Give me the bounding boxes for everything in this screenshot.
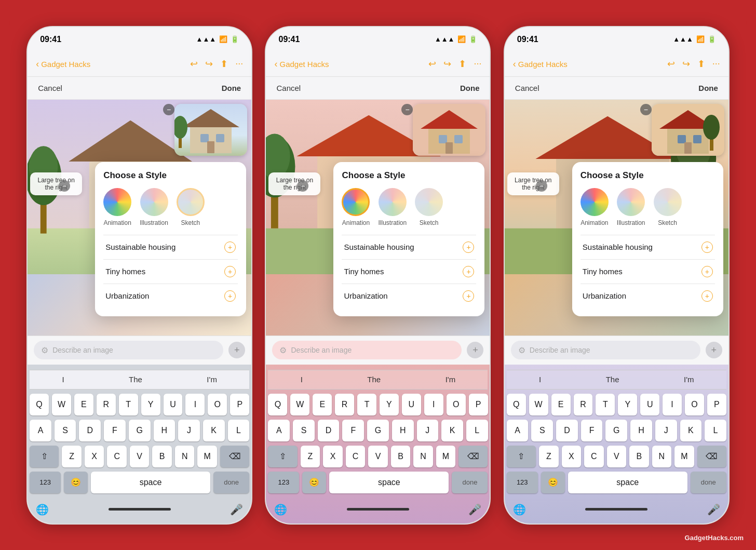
key-s-3[interactable]: S: [531, 420, 553, 441]
key-k[interactable]: K: [203, 420, 225, 441]
key-f-2[interactable]: F: [342, 420, 364, 441]
key-f[interactable]: F: [104, 420, 126, 441]
key-q-3[interactable]: Q: [507, 394, 526, 415]
key-emoji[interactable]: 😊: [64, 472, 88, 493]
key-space-3[interactable]: space: [568, 472, 687, 493]
list-item-add-3-0[interactable]: +: [701, 242, 713, 253]
key-shift-3[interactable]: ⇧: [507, 446, 536, 467]
key-r-2[interactable]: R: [335, 394, 354, 415]
share-icon-3[interactable]: ⬆: [697, 58, 705, 70]
key-space-2[interactable]: space: [329, 472, 449, 493]
key-j[interactable]: J: [178, 420, 200, 441]
annotation-minus-2[interactable]: −: [297, 180, 308, 192]
key-emoji-3[interactable]: 😊: [541, 472, 565, 493]
key-n-2[interactable]: N: [413, 446, 433, 467]
key-k-3[interactable]: K: [680, 420, 702, 441]
key-a[interactable]: A: [30, 420, 51, 441]
key-q-2[interactable]: Q: [268, 394, 287, 415]
key-c-2[interactable]: C: [346, 446, 366, 467]
key-t-2[interactable]: T: [357, 394, 376, 415]
style-option-illustration-2[interactable]: Illustration: [378, 188, 407, 226]
style-option-sketch-3[interactable]: Sketch: [654, 188, 682, 226]
key-v[interactable]: V: [130, 446, 150, 467]
share-icon-2[interactable]: ⬆: [458, 58, 466, 70]
key-w[interactable]: W: [52, 394, 71, 415]
kbd-suggestion-3-0[interactable]: I: [529, 375, 551, 384]
globe-icon-1[interactable]: 🌐: [36, 503, 49, 516]
key-t[interactable]: T: [119, 394, 138, 415]
key-c-3[interactable]: C: [584, 446, 604, 467]
key-p[interactable]: P: [230, 394, 249, 415]
annotation-minus-1[interactable]: −: [59, 180, 70, 192]
key-z-3[interactable]: Z: [539, 446, 559, 467]
key-b[interactable]: B: [152, 446, 172, 467]
key-s-2[interactable]: S: [293, 420, 315, 441]
undo-icon-1[interactable]: ↩: [190, 58, 198, 70]
list-item-add-3-1[interactable]: +: [701, 266, 713, 277]
key-h-3[interactable]: H: [630, 420, 652, 441]
key-w-3[interactable]: W: [529, 394, 548, 415]
key-e-3[interactable]: E: [551, 394, 571, 415]
style-option-sketch-1[interactable]: Sketch: [177, 188, 205, 226]
key-o[interactable]: O: [208, 394, 227, 415]
key-x[interactable]: X: [85, 446, 104, 467]
key-l-2[interactable]: L: [466, 420, 488, 441]
input-plus-2[interactable]: +: [467, 342, 483, 358]
key-a-2[interactable]: A: [268, 420, 290, 441]
list-item-add-1-0[interactable]: +: [224, 242, 236, 253]
key-e-2[interactable]: E: [313, 394, 332, 415]
cancel-button-2[interactable]: Cancel: [276, 84, 301, 92]
key-m-3[interactable]: M: [674, 446, 694, 467]
key-done-3[interactable]: done: [691, 472, 726, 493]
key-i[interactable]: I: [185, 394, 205, 415]
key-a-3[interactable]: A: [507, 420, 529, 441]
key-emoji-2[interactable]: 😊: [302, 472, 326, 493]
key-m-2[interactable]: M: [436, 446, 456, 467]
key-y[interactable]: Y: [141, 394, 160, 415]
key-h-2[interactable]: H: [392, 420, 414, 441]
key-i-2[interactable]: I: [424, 394, 443, 415]
key-q[interactable]: Q: [30, 394, 49, 415]
key-b-2[interactable]: B: [391, 446, 411, 467]
more-icon-1[interactable]: ···: [235, 58, 243, 70]
key-b-3[interactable]: B: [629, 446, 649, 467]
key-n[interactable]: N: [175, 446, 195, 467]
list-item-add-2-1[interactable]: +: [463, 266, 474, 277]
key-backspace-2[interactable]: ⌫: [458, 446, 488, 467]
back-button-3[interactable]: ‹ Gadget Hacks: [513, 59, 568, 70]
key-m[interactable]: M: [197, 446, 217, 467]
undo-icon-3[interactable]: ↩: [667, 58, 675, 70]
kbd-suggestion-3-1[interactable]: The: [596, 375, 630, 384]
input-field-1[interactable]: ⚙ Describe an image: [34, 341, 223, 359]
kbd-suggestion-2-0[interactable]: I: [290, 375, 313, 384]
key-k-2[interactable]: K: [441, 420, 463, 441]
redo-icon-1[interactable]: ↪: [205, 58, 213, 70]
key-w-2[interactable]: W: [290, 394, 309, 415]
list-item-add-1-1[interactable]: +: [224, 266, 236, 277]
key-o-2[interactable]: O: [447, 394, 466, 415]
more-icon-3[interactable]: ···: [712, 58, 720, 70]
key-r[interactable]: R: [97, 394, 116, 415]
key-s[interactable]: S: [55, 420, 76, 441]
key-shift-2[interactable]: ⇧: [268, 446, 297, 467]
kbd-suggestion-1-1[interactable]: The: [118, 375, 153, 384]
list-item-add-2-2[interactable]: +: [463, 290, 474, 302]
undo-icon-2[interactable]: ↩: [428, 58, 436, 70]
list-item-add-2-0[interactable]: +: [463, 242, 474, 253]
globe-icon-3[interactable]: 🌐: [513, 503, 526, 516]
key-d-3[interactable]: D: [556, 420, 578, 441]
key-g[interactable]: G: [129, 420, 151, 441]
style-option-illustration-3[interactable]: Illustration: [617, 188, 645, 226]
key-h[interactable]: H: [154, 420, 176, 441]
key-j-2[interactable]: J: [417, 420, 439, 441]
key-d-2[interactable]: D: [318, 420, 340, 441]
key-backspace[interactable]: ⌫: [220, 446, 249, 467]
key-123-3[interactable]: 123: [507, 472, 538, 493]
style-option-animation-1[interactable]: Animation: [103, 188, 131, 226]
key-p-3[interactable]: P: [707, 394, 726, 415]
key-c[interactable]: C: [107, 446, 127, 467]
back-button-2[interactable]: ‹ Gadget Hacks: [274, 59, 329, 70]
mic-icon-3[interactable]: 🎤: [707, 503, 720, 516]
key-123[interactable]: 123: [30, 472, 61, 493]
key-t-3[interactable]: T: [596, 394, 615, 415]
